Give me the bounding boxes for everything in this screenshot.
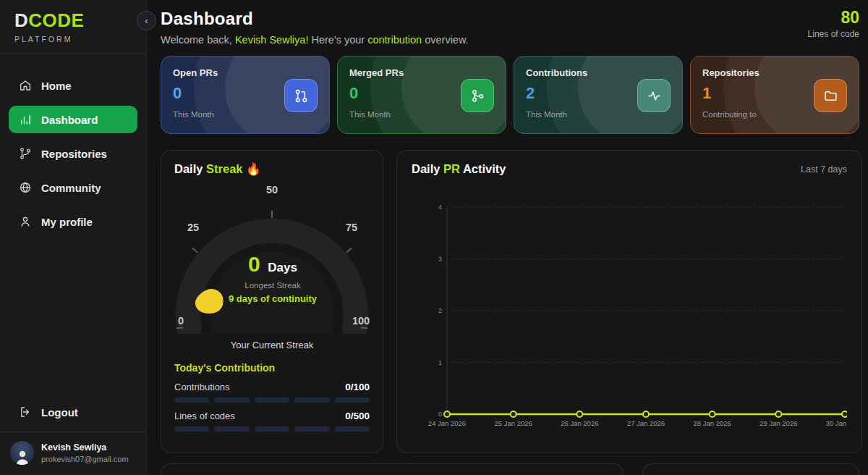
- stat-card-open-prs: Open PRs 0 This Month: [161, 56, 330, 134]
- stat-icon-box: [461, 79, 494, 112]
- lines-of-code-label: Lines of code: [808, 29, 859, 39]
- x-axis-tick-label: 27 Jan 2026: [627, 419, 665, 427]
- logo-letter-d: D: [14, 9, 28, 31]
- progress-value: 0/100: [345, 382, 370, 392]
- stat-card-repositories: Repositories 1 Contributing to: [690, 56, 859, 134]
- sidebar-item-dashboard[interactable]: Dashboard: [9, 106, 137, 133]
- progress-pills-lines: [174, 426, 370, 432]
- welcome-message: Welcome back, Kevish Sewliya! Here's you…: [161, 34, 469, 46]
- progress-segment: [294, 426, 329, 432]
- logout-label: Logout: [41, 406, 78, 419]
- user-icon: [19, 215, 32, 228]
- sidebar-item-my-profile[interactable]: My profile: [9, 208, 137, 235]
- x-axis-tick-label: 25 Jan 2026: [495, 419, 532, 427]
- x-axis-tick-label: 29 Jan 2026: [760, 419, 797, 427]
- logout-button[interactable]: Logout: [9, 398, 137, 426]
- today-contribution-title: Today's Contribution: [174, 362, 370, 374]
- data-point-marker: [444, 411, 450, 417]
- streak-title: Daily Streak 🔥: [174, 162, 370, 176]
- gauge-tick-0: [176, 327, 183, 328]
- y-axis-tick-label: 3: [438, 256, 442, 263]
- progress-segment: [335, 426, 370, 432]
- pr-activity-chart: 0123424 Jan 202625 Jan 202626 Jan 202627…: [412, 185, 847, 431]
- partial-card-left: [161, 463, 624, 475]
- stat-title: Contributions: [526, 67, 671, 78]
- user-profile[interactable]: Kevish Sewliya prokevish07@gmail.com: [0, 432, 146, 475]
- chart-title-suffix: Activity: [460, 162, 506, 175]
- user-email: prokevish07@gmail.com: [41, 455, 129, 463]
- welcome-highlight: contribution: [367, 34, 422, 46]
- globe-icon: [19, 181, 32, 194]
- stat-title: Repositories: [702, 67, 847, 78]
- data-point-marker: [576, 411, 582, 417]
- pr-activity-card: Daily PR Activity Last 7 days 0123424 Ja…: [396, 150, 862, 453]
- y-axis-tick-label: 2: [438, 307, 442, 314]
- sidebar-item-community[interactable]: Community: [9, 174, 137, 201]
- chart-title-prefix: Daily: [412, 162, 443, 175]
- progress-row-contributions: Contributions 0/100: [174, 382, 370, 392]
- sidebar-item-label: Community: [41, 182, 101, 194]
- avatar-person-icon: [14, 447, 31, 465]
- stat-icon-box: [637, 79, 671, 112]
- sidebar-item-label: Dashboard: [41, 114, 98, 126]
- x-axis-tick-label: 24 Jan 2026: [428, 419, 466, 427]
- longest-streak-value: 9 days of continuity: [229, 293, 318, 304]
- home-icon: [19, 79, 32, 92]
- progress-row-lines: Lines of codes 0/500: [174, 411, 370, 421]
- streak-title-accent: Streak: [206, 162, 242, 175]
- progress-label: Contributions: [174, 382, 230, 392]
- progress-value: 0/500: [345, 411, 370, 421]
- brand-tagline: PLATFORM: [14, 35, 132, 43]
- sidebar-item-label: Repositories: [41, 148, 107, 160]
- bottom-cards-row: [161, 463, 859, 475]
- progress-segment: [255, 398, 289, 403]
- stat-icon-box: [814, 79, 847, 112]
- progress-segment: [214, 426, 249, 432]
- sidebar-collapse-button[interactable]: ‹: [137, 11, 156, 30]
- panels-row: Daily Streak 🔥 0 25 50 75 100: [161, 150, 859, 453]
- gauge-tick-25: [192, 248, 198, 252]
- lines-of-code-summary: 80 Lines of code: [808, 9, 859, 39]
- progress-segment: [174, 398, 209, 403]
- sidebar-item-home[interactable]: Home: [9, 72, 137, 99]
- data-point-marker: [842, 411, 847, 417]
- logo-code: CODE: [28, 9, 84, 31]
- partial-card-right: [642, 463, 859, 475]
- user-name: Kevish Sewliya: [41, 442, 129, 453]
- welcome-middle: Here's your: [308, 34, 367, 46]
- chart-title-accent: PR: [443, 162, 460, 175]
- gauge-tick-75: [346, 248, 352, 252]
- progress-segment: [294, 398, 329, 403]
- progress-segment: [255, 426, 289, 432]
- page-title: Dashboard: [161, 9, 469, 29]
- y-axis-tick-label: 0: [438, 411, 442, 418]
- stat-card-merged-prs: Merged PRs 0 This Month: [337, 56, 506, 134]
- sidebar-item-label: Home: [41, 80, 72, 92]
- x-axis-tick-label: 28 Jan 2026: [694, 419, 731, 427]
- folder-icon: [823, 88, 838, 104]
- data-point-marker: [710, 411, 715, 417]
- x-axis-tick-label: 26 Jan 2026: [561, 419, 598, 427]
- gauge-label-0: 0: [178, 315, 184, 327]
- stat-title: Merged PRs: [349, 67, 494, 78]
- sidebar: DCODE PLATFORM Home Dashboard Repositori…: [0, 0, 147, 475]
- welcome-suffix: overview.: [422, 34, 468, 46]
- gauge-label-50: 50: [266, 184, 278, 196]
- welcome-prefix: Welcome back,: [161, 34, 235, 46]
- sidebar-item-label: My profile: [41, 216, 93, 228]
- flame-icon: 🔥: [246, 162, 261, 175]
- avatar: [10, 441, 34, 465]
- stat-card-contributions: Contributions 2 This Month: [514, 56, 683, 134]
- progress-segment: [174, 426, 209, 432]
- sidebar-item-repositories[interactable]: Repositories: [9, 140, 137, 167]
- data-point-marker: [643, 411, 649, 417]
- streak-days-label: Days: [268, 261, 297, 274]
- chart-header: Daily PR Activity Last 7 days: [412, 162, 847, 176]
- current-streak-label: Your Current Streak: [174, 340, 370, 350]
- git-pull-request-icon: [294, 88, 309, 104]
- git-branch-icon: [19, 147, 32, 160]
- dashboard-icon: [19, 113, 32, 126]
- gauge-tick-100: [361, 327, 367, 328]
- chart-title: Daily PR Activity: [412, 162, 506, 176]
- activity-icon: [647, 88, 662, 104]
